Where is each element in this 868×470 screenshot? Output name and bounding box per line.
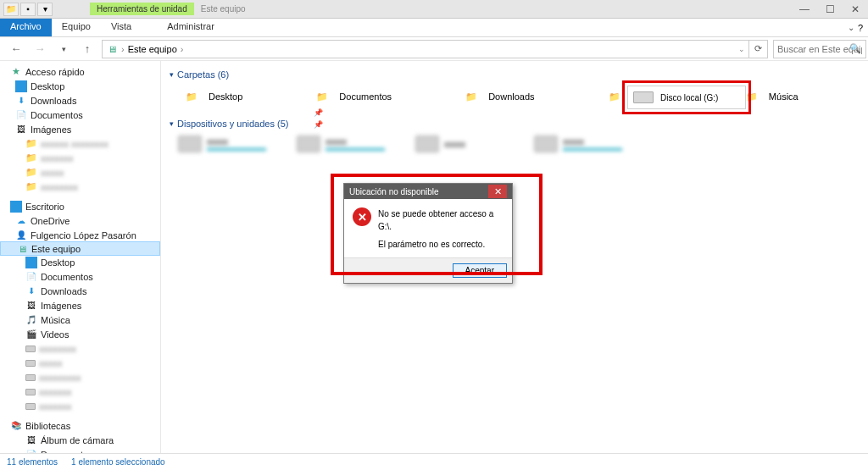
- drive-blurred[interactable]: xxxxx: [415, 135, 526, 152]
- tab-equipo[interactable]: Equipo: [52, 19, 101, 36]
- tree-desktop[interactable]: Desktop: [0, 79, 160, 93]
- tree-blurred-item[interactable]: xxxxxx xxxxxxxx: [0, 136, 160, 151]
- forward-button[interactable]: →: [31, 40, 49, 58]
- tree-blurred-item[interactable]: xxxxxxx: [0, 151, 160, 165]
- tree-desktop-pc[interactable]: Desktop: [0, 255, 160, 269]
- tree-blurred-drive[interactable]: xxxxxxxx: [0, 341, 160, 356]
- pin-icon: 📌: [314, 120, 322, 129]
- document-icon: [15, 109, 27, 121]
- breadcrumb-location[interactable]: Este equipo: [128, 44, 177, 54]
- qat-dropdown[interactable]: ▾: [37, 3, 53, 16]
- folder-icon: 📁: [459, 86, 483, 107]
- group-dispositivos[interactable]: ▾Dispositivos y unidades (5): [170, 119, 860, 129]
- content-pane: 📌 📌 ▾Carpetas (6) 📁Desktop 📁Documentos 📁…: [161, 61, 868, 453]
- address-bar-row: ← → ▾ ↑ › Este equipo › ⌄ ⟳ 🔍: [0, 37, 868, 61]
- drives-row: xxxxx xxxxx xxxxx xxxxx: [178, 135, 860, 152]
- tree-bibliotecas[interactable]: Bibliotecas: [0, 418, 160, 433]
- tree-downloads-pc[interactable]: Downloads: [0, 284, 160, 298]
- desktop-icon: [10, 201, 22, 213]
- image-icon: [15, 124, 27, 135]
- chevron-down-icon: ▾: [170, 119, 174, 128]
- folder-icon: [25, 181, 37, 193]
- tree-downloads[interactable]: Downloads: [0, 93, 160, 108]
- tree-blurred-drive[interactable]: xxxxxxx: [0, 399, 160, 413]
- drive-blurred[interactable]: xxxxx: [534, 135, 644, 152]
- qat-properties-icon[interactable]: ▪: [20, 3, 36, 16]
- qat-explorer-icon[interactable]: 📁: [3, 3, 19, 16]
- tree-este-equipo[interactable]: Este equipo: [0, 241, 160, 256]
- back-button[interactable]: ←: [7, 40, 25, 58]
- dialog-close-button[interactable]: ✕: [488, 185, 507, 198]
- tree-imagenes-pc[interactable]: Imágenes: [0, 298, 160, 312]
- tree-blurred-drive[interactable]: xxxxx: [0, 356, 160, 370]
- drive-icon: [25, 403, 36, 410]
- pin-column: 📌 📌: [314, 108, 322, 129]
- maximize-button[interactable]: ☐: [817, 1, 843, 18]
- title-bar: 📁 ▪ ▾ Herramientas de unidad Este equipo…: [0, 0, 868, 19]
- dialog-ok-button[interactable]: Aceptar: [453, 263, 507, 278]
- pin-icon: 📌: [314, 108, 322, 117]
- tab-vista[interactable]: Vista: [101, 19, 142, 36]
- folder-downloads[interactable]: 📁Downloads: [459, 86, 534, 107]
- tree-documentos[interactable]: Documentos: [0, 108, 160, 122]
- download-icon: [15, 95, 27, 107]
- up-button[interactable]: ↑: [78, 40, 97, 58]
- download-icon: [25, 285, 37, 297]
- tree-user[interactable]: Fulgencio López Pasarón: [0, 228, 160, 242]
- dialog-titlebar[interactable]: Ubicación no disponible ✕: [344, 184, 512, 199]
- music-icon: [25, 314, 37, 326]
- drive-blurred[interactable]: xxxxx: [297, 135, 407, 152]
- tree-blurred-drive[interactable]: xxxxxxxxx: [0, 370, 160, 384]
- star-icon: [10, 66, 22, 78]
- image-icon: [25, 434, 37, 446]
- tab-archivo[interactable]: Archivo: [0, 19, 52, 36]
- tree-blurred-item[interactable]: xxxxx: [0, 165, 160, 180]
- folder-icon: [25, 152, 37, 164]
- drive-disco-local-g[interactable]: Disco local (G:): [627, 86, 746, 109]
- drive-icon: [297, 135, 320, 152]
- history-dropdown[interactable]: ▾: [54, 40, 73, 58]
- tree-onedrive[interactable]: OneDrive: [0, 213, 160, 228]
- desktop-icon: [15, 80, 27, 92]
- drive-blurred[interactable]: xxxxx: [178, 135, 288, 152]
- folder-documentos[interactable]: 📁Documentos: [310, 86, 392, 107]
- drive-icon: [633, 91, 654, 103]
- drive-icon: [25, 346, 36, 352]
- folder-desktop[interactable]: 📁Desktop: [180, 86, 242, 107]
- address-dropdown-icon[interactable]: ⌄: [738, 45, 745, 53]
- drive-icon: [534, 135, 558, 152]
- tree-musica-pc[interactable]: Música: [0, 312, 160, 327]
- folder-icon: 📁: [180, 86, 203, 107]
- ribbon-expand-icon[interactable]: ⌄: [848, 23, 854, 32]
- desktop-icon: [25, 257, 37, 268]
- help-icon[interactable]: ?: [858, 23, 863, 33]
- address-bar[interactable]: › Este equipo › ⌄: [102, 40, 749, 58]
- chevron-down-icon: ▾: [170, 70, 174, 79]
- minimize-button[interactable]: —: [792, 1, 817, 18]
- tree-videos-pc[interactable]: Videos: [0, 327, 160, 341]
- group-carpetas[interactable]: ▾Carpetas (6): [170, 69, 860, 80]
- tree-album[interactable]: Álbum de cámara: [0, 433, 160, 447]
- drive-icon: [25, 374, 36, 381]
- nav-tree: Acceso rápido Desktop Downloads Document…: [0, 61, 161, 453]
- tree-documentos-pc[interactable]: Documentos: [0, 269, 160, 284]
- folder-musica[interactable]: 📁Música: [740, 86, 798, 107]
- tree-imagenes[interactable]: Imágenes: [0, 122, 160, 136]
- pc-icon: [106, 43, 118, 55]
- tree-quick-access[interactable]: Acceso rápido: [0, 64, 160, 79]
- refresh-button[interactable]: ⟳: [749, 40, 768, 58]
- error-dialog: Ubicación no disponible ✕ ✕ No se puede …: [343, 183, 513, 284]
- tab-administrar[interactable]: Administrar: [157, 19, 225, 36]
- close-window-button[interactable]: ✕: [843, 1, 868, 18]
- dialog-line2: El parámetro no es correcto.: [378, 238, 504, 251]
- tree-blurred-drive[interactable]: xxxxxxx: [0, 384, 160, 399]
- folders-row: 📁Desktop 📁Documentos 📁Downloads 📁Imágene…: [180, 86, 860, 107]
- folder-icon: 📁: [310, 86, 334, 107]
- video-icon: [25, 329, 37, 340]
- cloud-icon: [15, 215, 27, 227]
- tree-blurred-item[interactable]: xxxxxxxx: [0, 180, 160, 194]
- tree-escritorio[interactable]: Escritorio: [0, 199, 160, 213]
- tree-lib-documentos[interactable]: Documentos: [0, 447, 160, 453]
- dialog-line1: No se puede obtener acceso a G:\.: [378, 207, 504, 233]
- dialog-title: Ubicación no disponible: [349, 187, 439, 196]
